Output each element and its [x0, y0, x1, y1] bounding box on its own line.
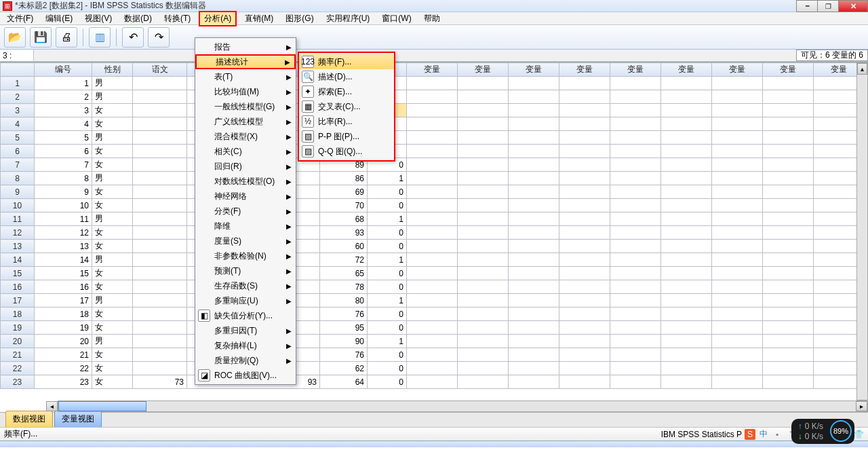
cell[interactable] — [559, 307, 610, 321]
cell[interactable] — [407, 280, 458, 294]
cell[interactable] — [661, 90, 712, 104]
cell[interactable]: 17 — [35, 294, 92, 307]
cell[interactable] — [610, 77, 661, 90]
cell[interactable] — [133, 185, 187, 199]
cell[interactable]: 1 — [368, 294, 407, 307]
cell[interactable]: 23 — [35, 375, 92, 389]
cell[interactable]: 95 — [320, 321, 368, 335]
cell[interactable]: 0 — [368, 226, 407, 240]
column-header-var[interactable]: 变量 — [458, 63, 509, 77]
cell[interactable] — [763, 253, 814, 267]
column-header-var[interactable]: 变量 — [509, 63, 559, 77]
cell[interactable]: 14 — [35, 253, 92, 267]
cell[interactable]: 68 — [320, 212, 368, 226]
row-header[interactable]: 18 — [1, 307, 35, 321]
cell[interactable] — [712, 226, 763, 240]
cell[interactable] — [610, 267, 661, 280]
cell[interactable] — [458, 117, 509, 131]
cell[interactable] — [458, 77, 509, 90]
cell[interactable]: 1 — [368, 212, 407, 226]
cell[interactable]: 6 — [35, 145, 92, 158]
cell[interactable] — [509, 104, 559, 117]
cell[interactable] — [509, 321, 559, 335]
menu-item[interactable]: 对数线性模型(O)▶ — [195, 174, 296, 189]
table-row[interactable]: 1717男801 — [1, 294, 869, 307]
cell[interactable] — [763, 267, 814, 280]
cell[interactable] — [712, 77, 763, 90]
lang-icon[interactable]: 中 — [758, 429, 769, 440]
cell[interactable] — [133, 321, 187, 335]
menu-item[interactable]: 分类(F)▶ — [195, 204, 296, 219]
cell[interactable] — [509, 131, 559, 145]
cell[interactable] — [763, 335, 814, 348]
cell[interactable] — [407, 362, 458, 375]
cell[interactable] — [509, 145, 559, 158]
cell[interactable] — [509, 294, 559, 307]
table-row[interactable]: 1414男721 — [1, 253, 869, 267]
cell[interactable] — [661, 212, 712, 226]
scroll-thumb[interactable] — [58, 401, 146, 411]
save-button[interactable]: 💾 — [30, 27, 52, 48]
table-row[interactable]: 1313女600 — [1, 240, 869, 253]
table-row[interactable]: 1515女650 — [1, 267, 869, 280]
scroll-up-button[interactable]: ▴ — [857, 63, 867, 75]
cell[interactable] — [133, 117, 187, 131]
table-row[interactable]: 11男 — [1, 77, 869, 90]
table-row[interactable]: 1818女760 — [1, 307, 869, 321]
cell[interactable] — [712, 362, 763, 375]
row-header[interactable]: 6 — [1, 145, 35, 158]
cell[interactable]: 男 — [92, 335, 133, 348]
cell[interactable] — [133, 267, 187, 280]
cell[interactable] — [559, 172, 610, 185]
cell[interactable] — [763, 375, 814, 389]
cell[interactable]: 70 — [320, 199, 368, 212]
cell[interactable] — [712, 117, 763, 131]
cell[interactable] — [559, 158, 610, 172]
cell[interactable]: 65 — [320, 267, 368, 280]
cell[interactable] — [610, 212, 661, 226]
cell[interactable] — [407, 117, 458, 131]
cell[interactable] — [559, 280, 610, 294]
cell[interactable]: 女 — [92, 267, 133, 280]
cell[interactable] — [407, 90, 458, 104]
cell[interactable]: 女 — [92, 321, 133, 335]
cell[interactable] — [712, 199, 763, 212]
cell[interactable] — [407, 212, 458, 226]
cell[interactable] — [509, 117, 559, 131]
cell[interactable] — [133, 212, 187, 226]
cell[interactable] — [407, 335, 458, 348]
cell[interactable] — [133, 240, 187, 253]
cell[interactable] — [610, 294, 661, 307]
menu-10[interactable]: 帮助 — [420, 12, 444, 25]
menu-item[interactable]: 多重归因(T)▶ — [195, 323, 296, 338]
cell[interactable]: 86 — [320, 172, 368, 185]
cell[interactable] — [509, 212, 559, 226]
cell[interactable] — [763, 212, 814, 226]
cell[interactable]: 20 — [35, 335, 92, 348]
scroll-right-button[interactable]: ▸ — [856, 401, 867, 411]
cell[interactable] — [610, 240, 661, 253]
cell[interactable] — [407, 226, 458, 240]
cell[interactable] — [712, 90, 763, 104]
cell[interactable] — [559, 226, 610, 240]
cell[interactable] — [661, 199, 712, 212]
cell[interactable] — [610, 90, 661, 104]
menu-item[interactable]: 复杂抽样(L)▶ — [195, 338, 296, 353]
cell[interactable] — [712, 104, 763, 117]
cell[interactable] — [712, 185, 763, 199]
horizontal-scrollbar[interactable]: ◂ ▸ — [58, 400, 868, 412]
cell[interactable] — [559, 199, 610, 212]
menu-4[interactable]: 转换(T) — [160, 12, 195, 25]
cell[interactable] — [458, 307, 509, 321]
cell[interactable] — [133, 294, 187, 307]
cell[interactable] — [458, 321, 509, 335]
cell[interactable] — [133, 77, 187, 90]
menu-item[interactable]: 报告▶ — [195, 39, 296, 54]
cell[interactable] — [407, 185, 458, 199]
cell[interactable] — [661, 348, 712, 362]
cell[interactable]: 0 — [368, 375, 407, 389]
cell[interactable] — [509, 90, 559, 104]
cell[interactable] — [610, 362, 661, 375]
submenu-item[interactable]: ▨P-P 图(P)... — [299, 129, 394, 144]
print-button[interactable]: 🖨 — [56, 27, 77, 48]
